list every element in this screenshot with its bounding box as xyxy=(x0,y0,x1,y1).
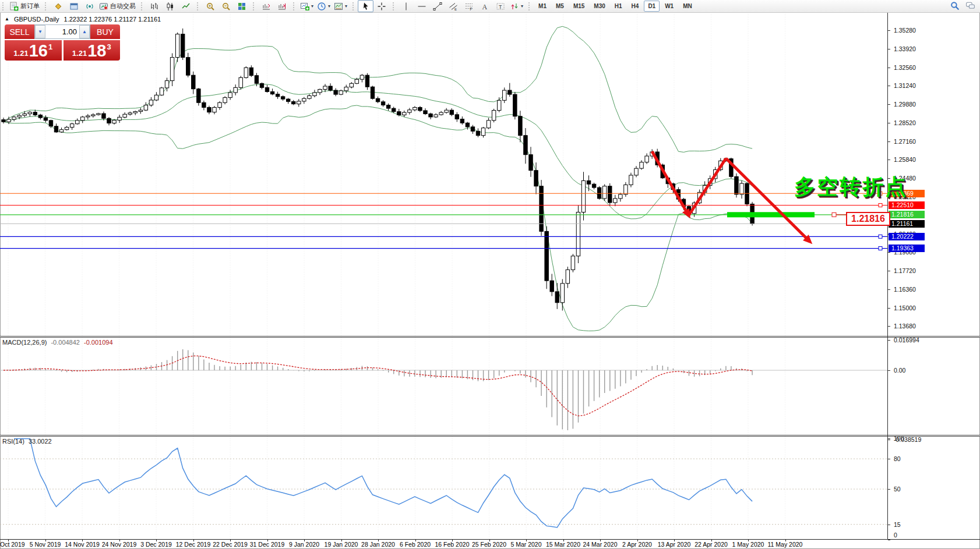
arrows-tool[interactable]: ▾ xyxy=(508,0,525,12)
axis-tick-label: 1.16360 xyxy=(894,286,916,293)
text-tool[interactable]: A xyxy=(477,0,492,12)
bear-candle xyxy=(292,101,295,104)
trendline-tool[interactable] xyxy=(429,0,445,12)
axis-tick-label: 1.27160 xyxy=(894,138,916,145)
bear-candle xyxy=(44,118,47,121)
dropdown-caret-icon[interactable]: ▾ xyxy=(521,4,523,9)
bull-candle xyxy=(118,117,121,120)
bull-candle xyxy=(97,114,100,115)
axis-tick-label: 100 xyxy=(894,435,904,442)
bear-candle xyxy=(49,121,52,126)
chat-icon[interactable] xyxy=(965,1,975,12)
collapse-icon[interactable]: ▲ xyxy=(5,16,9,23)
axis-tick-mark xyxy=(888,459,890,459)
svg-text:F: F xyxy=(470,7,472,11)
sell-price-big: 16 xyxy=(29,43,48,59)
svg-text:E: E xyxy=(454,8,457,11)
level-line-anchor[interactable] xyxy=(879,247,882,250)
axis-tick-mark xyxy=(888,326,890,327)
auto-trading-button[interactable]: 自动交易 xyxy=(97,0,138,12)
timeframe-h4[interactable]: H4 xyxy=(628,1,643,12)
buy-price-button[interactable]: 1.21 18 3 xyxy=(64,40,121,61)
search-icon[interactable] xyxy=(950,1,960,12)
bear-candle xyxy=(376,98,379,102)
tile-windows-button[interactable] xyxy=(234,0,249,12)
price-level-badge: 1.21816 xyxy=(889,211,925,218)
channel-tool[interactable]: E xyxy=(445,0,461,12)
axis-tick-mark xyxy=(888,340,890,341)
timeframe-d1[interactable]: D1 xyxy=(644,1,660,12)
new-order-button[interactable]: 新订单 xyxy=(8,0,41,12)
zoom-out-button[interactable] xyxy=(218,0,234,12)
chart-shift-button[interactable] xyxy=(274,0,290,12)
panel-divider[interactable] xyxy=(0,435,980,437)
timeframe-w1[interactable]: W1 xyxy=(661,1,678,12)
cursor-tool-button[interactable] xyxy=(358,0,373,12)
dropdown-caret-icon[interactable]: ▾ xyxy=(345,4,347,9)
sell-button[interactable]: SELL xyxy=(5,24,34,39)
volume-input[interactable] xyxy=(45,25,79,38)
bull-candle xyxy=(128,113,132,114)
timeframe-m15[interactable]: M15 xyxy=(569,1,588,12)
price-level-badge: 1.22510 xyxy=(889,201,925,209)
price-level-label[interactable]: 1.21816 xyxy=(846,212,890,226)
channel-icon: E xyxy=(449,2,458,11)
price-label-anchor[interactable] xyxy=(832,212,836,217)
volume-increase-button[interactable]: ▲ xyxy=(79,25,90,38)
bear-candle xyxy=(540,186,543,232)
period-button[interactable]: ▾ xyxy=(315,0,332,12)
support-highlight-bar[interactable] xyxy=(727,212,815,217)
label-tool[interactable]: T xyxy=(492,0,508,12)
rsi-indicator-chart[interactable] xyxy=(0,437,887,539)
timeframe-m1[interactable]: M1 xyxy=(534,1,551,12)
fibonacci-tool[interactable]: F xyxy=(461,0,477,12)
timeframe-mn[interactable]: MN xyxy=(679,1,696,12)
bars-icon xyxy=(150,2,159,11)
timeframe-m30[interactable]: M30 xyxy=(590,1,609,12)
bar-chart-button[interactable] xyxy=(146,0,162,12)
zoom-out-icon xyxy=(221,2,231,11)
vertical-line-tool[interactable] xyxy=(398,0,414,12)
crosshair-tool-button[interactable] xyxy=(373,0,389,12)
candlestick-chart-button[interactable] xyxy=(162,0,178,12)
auto-scroll-button[interactable] xyxy=(258,0,274,12)
turning-point-annotation[interactable]: 多空转折点 xyxy=(794,173,908,201)
chart-title-line: ▲ GBPUSD-,Daily 1.22322 1.22376 1.21127 … xyxy=(5,16,161,23)
volume-decrease-button[interactable]: ▼ xyxy=(35,25,45,38)
bull-candle xyxy=(12,117,16,119)
bear-candle xyxy=(54,126,58,132)
shift-left-icon xyxy=(262,2,271,11)
bull-candle xyxy=(223,98,227,103)
buy-button[interactable]: BUY xyxy=(90,24,120,39)
date-tick-label: 11 May 2020 xyxy=(768,541,803,548)
macd-indicator-chart[interactable] xyxy=(0,338,887,435)
dropdown-caret-icon[interactable]: ▾ xyxy=(328,4,330,9)
zoom-in-icon xyxy=(206,2,215,11)
horizontal-line-tool[interactable] xyxy=(414,0,429,12)
zoom-in-button[interactable] xyxy=(202,0,218,12)
trend-arrow-line[interactable] xyxy=(689,158,726,215)
axis-tick-label: 1.13680 xyxy=(894,323,916,330)
level-line-anchor[interactable] xyxy=(879,235,882,238)
line-chart-button[interactable] xyxy=(178,0,193,12)
rsi-name: RSI(14) xyxy=(2,438,24,445)
bear-candle xyxy=(508,90,512,94)
axis-tick-mark xyxy=(888,49,890,49)
bear-candle xyxy=(381,102,385,105)
data-window-icon[interactable] xyxy=(66,0,82,12)
sell-price-button[interactable]: 1.21 16 1 xyxy=(5,40,62,61)
bull-candle xyxy=(634,168,638,175)
level-line-anchor[interactable] xyxy=(879,203,882,207)
bull-candle xyxy=(619,194,622,199)
timeframe-h1[interactable]: H1 xyxy=(611,1,626,12)
timeframe-m5[interactable]: M5 xyxy=(552,1,568,12)
dropdown-caret-icon[interactable]: ▾ xyxy=(311,4,313,9)
line-icon xyxy=(181,2,191,11)
signal-icon[interactable] xyxy=(82,0,97,12)
main-price-chart[interactable] xyxy=(0,14,887,336)
trend-arrow-line[interactable] xyxy=(652,151,689,215)
market-watch-icon[interactable] xyxy=(50,0,66,12)
new-chart-button[interactable]: ▾ xyxy=(298,0,315,12)
templates-button[interactable]: ▾ xyxy=(332,0,349,12)
panel-divider[interactable] xyxy=(0,336,980,338)
